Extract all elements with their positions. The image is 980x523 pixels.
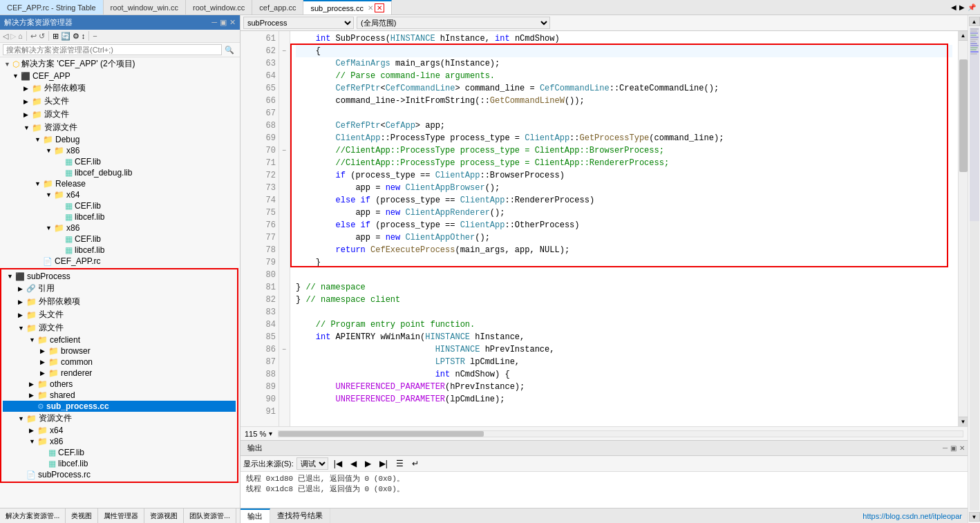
tree-item-x86-resource[interactable]: ▼ 📁 x86	[3, 436, 236, 447]
tree-item-cef-lib-3[interactable]: ▦ CEF.lib	[0, 234, 240, 245]
tree-item-subprocess-proj[interactable]: ▼ ⬛ subProcess	[3, 271, 236, 282]
tab-sub-process[interactable]: sub_process.cc ✕ ✕	[303, 0, 391, 15]
tree-item-cefclient[interactable]: ▼ 📁 cefclient	[3, 334, 236, 345]
tree-item-release[interactable]: ▼ 📁 Release	[0, 178, 240, 189]
tree-item-cef-lib-2[interactable]: ▦ CEF.lib	[0, 200, 240, 211]
tree-item-headers-1[interactable]: ▶ 📁 头文件	[0, 95, 240, 108]
tree-item-cef-lib-x86[interactable]: ▦ CEF.lib	[3, 447, 236, 458]
scrollbar-down-btn[interactable]: ▼	[959, 417, 968, 426]
tab-cef-app[interactable]: cef_app.cc	[252, 0, 303, 15]
tree-item-renderer[interactable]: ▶ 📁 renderer	[3, 368, 236, 379]
scrollbar-up-btn[interactable]: ▲	[959, 31, 968, 41]
scrollbar-thumb[interactable]	[959, 59, 968, 172]
filter-icon[interactable]: ⚙	[73, 32, 79, 41]
collapse-icon[interactable]: ⊞	[53, 32, 59, 41]
code-line-80	[296, 269, 952, 281]
arrow: ▼	[18, 325, 26, 332]
tree-item-headers-2[interactable]: ▶ 📁 头文件	[3, 308, 236, 321]
tree-item-cef-app-rc[interactable]: 📄 CEF_APP.rc	[0, 256, 240, 267]
tree-item-subprocess-rc[interactable]: 📄 subProcess.rc	[3, 469, 236, 480]
output-source-select[interactable]: 调试	[296, 457, 328, 470]
tree-item-refs[interactable]: ▶ 🔗 引用	[3, 282, 236, 295]
unpin-icon[interactable]: ▣	[220, 18, 227, 27]
tree-item-cef-app-proj[interactable]: ▼ ⬛ CEF_APP	[0, 70, 240, 82]
search-input[interactable]	[3, 44, 222, 55]
code-line-88: int nCmdShow) {	[296, 368, 952, 381]
redo-icon[interactable]: ↺	[39, 32, 45, 41]
back-icon[interactable]: ◁	[3, 32, 8, 41]
scope-select[interactable]: subProcess	[243, 17, 354, 29]
tab-scroll-right[interactable]: ▶	[959, 3, 965, 11]
folder-icon: 📁	[37, 379, 48, 389]
tree-item-sub-process-cc[interactable]: ⚙ sub_process.cc	[3, 401, 236, 412]
tab-property-manager[interactable]: 属性管理器	[98, 508, 144, 523]
refresh-icon[interactable]: 🔄	[61, 32, 70, 41]
location-select[interactable]: (全局范围)	[357, 17, 550, 29]
tab-class-view[interactable]: 类视图	[66, 508, 98, 523]
arrow-icon[interactable]: ↕	[82, 32, 86, 40]
tree-item-common[interactable]: ▶ 📁 common	[3, 356, 236, 368]
output-pin-icon[interactable]: ─	[943, 444, 948, 452]
tree-item-shared[interactable]: ▶ 📁 shared	[3, 390, 236, 401]
horizontal-scrollbar-thumb[interactable]	[279, 431, 484, 437]
tab-cef-app-rc[interactable]: CEF_APP.rc - String Table	[0, 0, 104, 15]
home-icon[interactable]: ⌂	[18, 32, 23, 40]
tree-item-source-2[interactable]: ▼ 📁 源文件	[3, 321, 236, 334]
code-line-90: UNREFERENCED_PARAMETER(lpCmdLine);	[296, 393, 952, 406]
tree-item-resource-2[interactable]: ▼ 📁 资源文件	[3, 412, 236, 425]
pin-icon[interactable]: ─	[211, 18, 217, 27]
output-btn-clear[interactable]: ☰	[393, 457, 406, 470]
tab-scroll-left[interactable]: ◀	[951, 3, 957, 11]
output-unpin-icon[interactable]: ▣	[950, 444, 957, 452]
tab-team-explorer[interactable]: 团队资源管...	[184, 508, 236, 523]
search-icon[interactable]: 🔍	[222, 45, 237, 55]
tree-item-ext-dep-2[interactable]: ▶ 📁 外部依赖项	[3, 295, 236, 308]
tab-pin[interactable]: 📌	[968, 3, 976, 11]
tab-output[interactable]: 输出	[241, 508, 270, 523]
output-btn-2[interactable]: ◀	[348, 457, 359, 470]
fold-btn-86[interactable]: −	[279, 343, 290, 356]
close-icon[interactable]: ✕	[229, 18, 236, 27]
tab-close-red-icon[interactable]: ✕	[375, 3, 384, 12]
tab-find-symbols[interactable]: 查找符号结果	[270, 508, 330, 523]
rc-icon: 📄	[43, 257, 53, 266]
tree-item-x64-resource[interactable]: ▶ 📁 x64	[3, 425, 236, 436]
minimap-scroll-up[interactable]: ▲	[969, 17, 980, 26]
minus-icon[interactable]: −	[93, 32, 97, 40]
tab-root-window-win[interactable]: root_window_win.cc	[104, 0, 186, 15]
output-btn-3[interactable]: ▶	[362, 457, 374, 470]
tree-item-source-1[interactable]: ▶ 📁 源文件	[0, 108, 240, 121]
code-content[interactable]: int SubProcess(HINSTANCE hInstance, int …	[290, 31, 958, 426]
tree-item-others[interactable]: ▶ 📁 others	[3, 379, 236, 390]
output-btn-wrap[interactable]: ↵	[409, 457, 422, 470]
tree-item-browser[interactable]: ▶ 📁 browser	[3, 345, 236, 356]
tab-close-icon[interactable]: ✕	[368, 4, 373, 12]
tree-item-libcef-debug[interactable]: ▦ libcef_debug.lib	[0, 167, 240, 178]
fold-btn-70[interactable]: −	[279, 144, 290, 157]
tree-item-x86-release[interactable]: ▼ 📁 x86	[0, 222, 240, 234]
output-btn-1[interactable]: |◀	[331, 457, 345, 470]
tree-item-debug[interactable]: ▼ 📁 Debug	[0, 134, 240, 145]
zoom-dropdown-icon[interactable]: ▾	[269, 430, 272, 437]
minimap-scroll-down[interactable]: ▼	[969, 512, 980, 522]
tab-root-window[interactable]: root_window.cc	[186, 0, 252, 15]
tree-item-resource-1[interactable]: ▼ 📁 资源文件	[0, 121, 240, 134]
tree-label: CEF.lib	[58, 448, 84, 457]
tree-item-x86-debug[interactable]: ▼ 📁 x86	[0, 145, 240, 156]
output-close-icon[interactable]: ✕	[959, 444, 965, 452]
tree-item-ext-dep-1[interactable]: ▶ 📁 外部依赖项	[0, 82, 240, 95]
output-toolbar: 显示出来源(S): 调试 |◀ ◀ ▶ ▶| ☰ ↵	[241, 456, 968, 472]
fold-btn-62[interactable]: −	[279, 45, 290, 57]
tree-item-cef-lib-1[interactable]: ▦ CEF.lib	[0, 156, 240, 167]
forward-icon[interactable]: ▷	[10, 32, 16, 41]
output-btn-4[interactable]: ▶|	[377, 457, 390, 470]
tree-item-libcef-1[interactable]: ▦ libcef.lib	[0, 211, 240, 222]
code-line-83	[296, 306, 952, 318]
tree-item-solution[interactable]: ▼ ⬡ 解决方案 'CEF_APP' (2个项目)	[0, 57, 240, 70]
tree-item-x64-release[interactable]: ▼ 📁 x64	[0, 189, 240, 200]
tree-item-libcef-x86[interactable]: ▦ libcef.lib	[3, 458, 236, 469]
tab-solution-explorer[interactable]: 解决方案资源管...	[0, 508, 66, 523]
undo-icon[interactable]: ↩	[30, 32, 37, 41]
tab-resource-view[interactable]: 资源视图	[144, 508, 184, 523]
tree-item-libcef-2[interactable]: ▦ libcef.lib	[0, 245, 240, 256]
